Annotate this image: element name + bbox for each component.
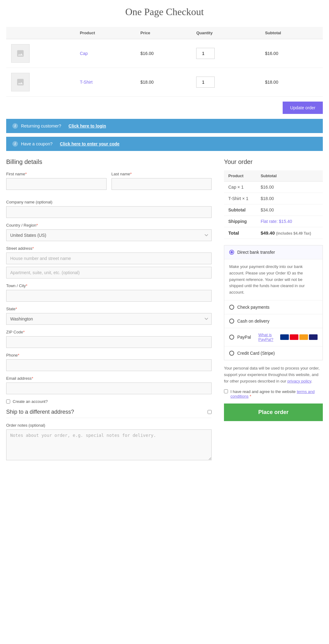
ship-different-label: Ship to a different address? (6, 409, 74, 415)
payment-option-check[interactable]: Check payments (224, 300, 323, 314)
product-image (11, 44, 30, 63)
summary-col-product: Product (224, 170, 256, 182)
col-product: Product (75, 27, 135, 39)
returning-customer-banner: i Returning customer? Click here to logi… (6, 119, 323, 133)
summary-row-cap: Cap × 1 $16.00 (224, 182, 323, 193)
summary-row-tshirt: T-Shirt × 1 $18.00 (224, 193, 323, 204)
ship-different-section: Ship to a different address? (6, 409, 212, 418)
coupon-text: Have a coupon? (21, 141, 53, 146)
state-select[interactable]: Washington (6, 313, 212, 325)
ship-different-checkbox[interactable] (208, 410, 212, 414)
radio-direct-bank (229, 250, 234, 255)
email-input[interactable] (6, 383, 212, 394)
product-link-tshirt[interactable]: T-Shirt (80, 80, 92, 85)
table-row: Cap $16.00 $16.00 (6, 39, 323, 68)
first-name-label: First name* (6, 172, 107, 176)
summary-cap-name: Cap × 1 (224, 182, 256, 193)
table-row: T-Shirt $18.00 $18.00 (6, 68, 323, 97)
terms-row: I have read and agree to the website ter… (224, 389, 323, 399)
last-name-input[interactable] (112, 178, 212, 190)
col-subtotal: Subtotal (260, 27, 323, 39)
cap-qty-input[interactable] (196, 48, 215, 59)
payment-option-stripe[interactable]: Credit Card (Stripe) (224, 346, 323, 360)
shipping-value: Flat rate: $15.40 (256, 216, 323, 227)
product-link-cap[interactable]: Cap (80, 51, 88, 56)
radio-paypal (229, 335, 234, 340)
subtotal-value: $34.00 (256, 204, 323, 216)
privacy-text: Your personal data will be used to proce… (224, 365, 323, 384)
summary-col-subtotal: Subtotal (256, 170, 323, 182)
create-account-label: Create an account? (13, 399, 48, 404)
radio-cod (229, 319, 234, 324)
direct-bank-label: Direct bank transfer (237, 250, 275, 255)
summary-shipping-row: Shipping Flat rate: $15.40 (224, 216, 323, 227)
state-label: State* (6, 307, 212, 311)
billing-title: Billing details (6, 158, 212, 165)
subtotal-label: Subtotal (224, 204, 256, 216)
tshirt-subtotal: $18.00 (260, 68, 323, 97)
apt-input[interactable] (6, 267, 212, 278)
radio-check (229, 305, 234, 310)
col-quantity: Quantity (191, 27, 260, 39)
paypal-card-icons (280, 334, 318, 340)
order-notes-label: Order notes (optional) (6, 423, 212, 428)
update-order-button[interactable]: Update order (283, 102, 323, 114)
returning-text: Returning customer? (21, 123, 61, 128)
tshirt-qty-input[interactable] (196, 77, 215, 88)
coupon-banner: i Have a coupon? Click here to enter you… (6, 137, 323, 151)
cap-subtotal: $16.00 (260, 39, 323, 68)
coupon-link[interactable]: Click here to enter your code (60, 141, 120, 146)
check-label: Check payments (237, 305, 269, 310)
info-icon: i (12, 141, 18, 147)
your-order-title: Your order (224, 158, 323, 165)
country-label: Country / Region* (6, 223, 212, 228)
email-label: Email address* (6, 376, 212, 381)
place-order-button[interactable]: Place order (224, 404, 323, 421)
summary-tshirt-name: T-Shirt × 1 (224, 193, 256, 204)
product-image (11, 73, 30, 91)
street-input[interactable] (6, 253, 212, 264)
summary-tshirt-subtotal: $18.00 (256, 193, 323, 204)
tshirt-price: $18.00 (136, 68, 192, 97)
payment-option-paypal[interactable]: PayPal What is PayPal? (224, 328, 323, 346)
page-title: One Page Checkout (6, 6, 323, 18)
first-name-input[interactable] (6, 178, 107, 190)
payment-option-cod[interactable]: Cash on delivery (224, 314, 323, 328)
country-select[interactable]: United States (US) (6, 229, 212, 241)
payment-options: Direct bank transfer Make your payment d… (224, 245, 323, 360)
summary-cap-subtotal: $16.00 (256, 182, 323, 193)
zip-input[interactable] (6, 336, 212, 348)
company-input[interactable] (6, 206, 212, 218)
stripe-label: Credit Card (Stripe) (237, 351, 275, 356)
payment-option-direct-bank[interactable]: Direct bank transfer (224, 245, 323, 259)
create-account-row: Create an account? (6, 399, 212, 404)
create-account-checkbox[interactable] (6, 399, 10, 404)
company-label: Company name (optional) (6, 200, 212, 204)
col-price: Price (136, 27, 192, 39)
privacy-policy-link[interactable]: privacy policy (287, 379, 311, 383)
phone-input[interactable] (6, 359, 212, 371)
terms-text: I have read and agree to the website ter… (230, 389, 323, 399)
summary-total-row: Total $49.40 (includes $4.49 Tax) (224, 227, 323, 239)
shipping-label: Shipping (224, 216, 256, 227)
last-name-label: Last name* (112, 172, 212, 176)
paypal-label: PayPal (237, 335, 251, 340)
order-summary-table: Product Subtotal Cap × 1 $16.00 T-Shirt … (224, 170, 323, 239)
paypal-info-link[interactable]: What is PayPal? (258, 332, 277, 342)
login-link[interactable]: Click here to login (69, 123, 106, 128)
info-icon: i (12, 123, 18, 129)
terms-checkbox[interactable] (224, 389, 228, 393)
city-label: Town / City* (6, 283, 212, 288)
city-input[interactable] (6, 290, 212, 302)
direct-bank-desc: Make your payment directly into our bank… (224, 259, 323, 300)
street-label: Street address* (6, 246, 212, 251)
zip-label: ZIP Code* (6, 330, 212, 334)
total-label: Total (224, 227, 256, 239)
total-value: $49.40 (includes $4.49 Tax) (256, 227, 323, 239)
radio-stripe (229, 351, 234, 356)
cap-price: $16.00 (136, 39, 192, 68)
cod-label: Cash on delivery (237, 319, 269, 324)
phone-label: Phone* (6, 353, 212, 358)
col-image (6, 27, 75, 39)
order-notes-textarea[interactable] (6, 429, 212, 460)
